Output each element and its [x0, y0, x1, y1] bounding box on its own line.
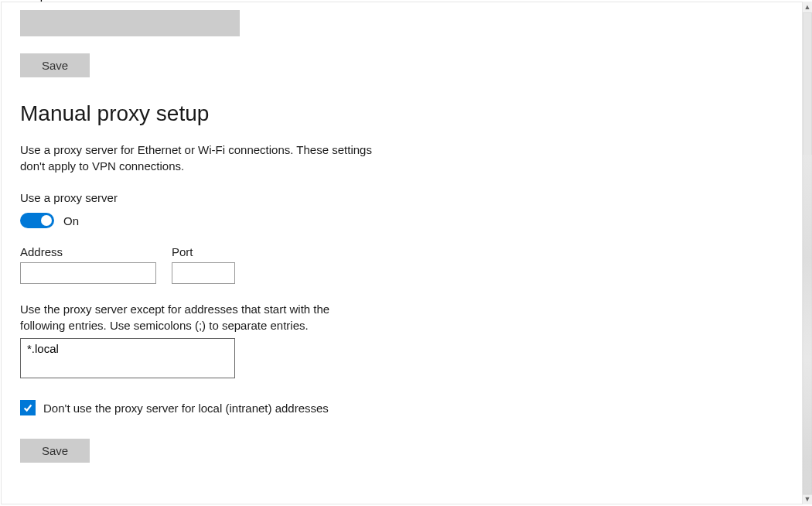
exceptions-description: Use the proxy server except for addresse… [20, 301, 345, 333]
use-proxy-toggle[interactable] [20, 213, 54, 228]
manual-proxy-description: Use a proxy server for Ethernet or Wi-Fi… [20, 142, 376, 174]
port-input[interactable] [172, 262, 235, 284]
exceptions-input[interactable] [20, 338, 235, 378]
use-proxy-toggle-state: On [63, 214, 79, 227]
manual-proxy-heading: Manual proxy setup [20, 101, 209, 126]
scroll-down-arrow-icon[interactable]: ▼ [803, 494, 812, 504]
address-label: Address [20, 245, 63, 258]
script-address-label: Script address [20, 0, 94, 2]
script-address-input[interactable] [20, 10, 240, 36]
settings-proxy-page: Script address Save Manual proxy setup U… [0, 0, 812, 506]
automatic-save-button[interactable]: Save [20, 53, 90, 77]
port-label: Port [172, 245, 193, 258]
background-window-sliver [803, 155, 812, 495]
bypass-local-checkbox[interactable] [20, 400, 36, 415]
scroll-up-arrow-icon[interactable]: ▲ [803, 2, 812, 12]
settings-panel: Script address Save Manual proxy setup U… [1, 2, 803, 504]
check-icon [22, 402, 33, 413]
use-proxy-toggle-row: On [20, 213, 79, 228]
toggle-knob [41, 215, 52, 226]
manual-save-button[interactable]: Save [20, 439, 90, 463]
bypass-local-label: Don't use the proxy server for local (in… [43, 402, 329, 415]
bypass-local-row: Don't use the proxy server for local (in… [20, 400, 329, 415]
use-proxy-label: Use a proxy server [20, 191, 118, 204]
address-input[interactable] [20, 262, 156, 284]
